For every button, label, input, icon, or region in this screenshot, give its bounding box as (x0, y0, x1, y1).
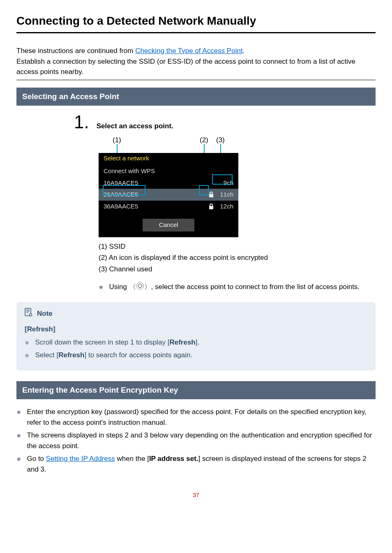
step-label: Select an access point. (97, 121, 173, 132)
bullet-dot-icon: ● (25, 350, 29, 361)
bullet-dial: ● Using 〈〉, select the access point to c… (99, 282, 376, 293)
intro-separator (16, 80, 376, 80)
lock-icon (207, 192, 215, 197)
note-icon (25, 308, 32, 319)
svg-point-0 (136, 282, 143, 289)
nb1-a: Scroll down the screen in step 1 to disp… (35, 338, 169, 346)
title-underline (16, 32, 376, 33)
note-title: Note (37, 308, 53, 319)
intro-text-1: These instructions are continued from (16, 47, 135, 55)
channel-label: 12ch (215, 202, 233, 211)
dial-post: 〉, select the access point to connect to… (144, 283, 360, 291)
note-header: Note (25, 308, 367, 319)
entering-bullet-1: ● Enter the encryption key (password) sp… (16, 407, 376, 428)
entering-b3b: when the [ (115, 455, 149, 463)
camera-screen: Select a network Connect with WPS 16A9AA… (99, 153, 238, 237)
legend-list: (1) SSID (2) An icon is displayed if the… (99, 241, 376, 275)
bullet-dot-icon: ● (99, 282, 103, 293)
note-subheading: [Refresh] (25, 324, 367, 335)
note-bullet-2: ● Select [Refresh] to search for access … (25, 350, 367, 361)
network-row-wps[interactable]: Connect with WPS (99, 165, 238, 177)
entering-bullet-3: ● Go to Setting the IP Address when the … (16, 454, 376, 474)
section-selecting-heading: Selecting an Access Point (16, 88, 376, 106)
entering-b2: The screens displayed in steps 2 and 3 b… (27, 430, 376, 451)
step-number: 1. (74, 113, 89, 131)
legend-2: (2) An icon is displayed if the access p… (99, 252, 376, 263)
page-number: 37 (16, 491, 376, 500)
intro-text-2: Establish a connection by selecting the … (16, 58, 355, 76)
page-title: Connecting to a Detected Network Manuall… (16, 12, 376, 30)
nb1-bold: Refresh (169, 338, 195, 346)
network-row-1[interactable]: 16A9AACE5 9ch (99, 177, 238, 189)
entering-b1: Enter the encryption key (password) spec… (27, 407, 376, 428)
nb2-a: Select [ (35, 351, 58, 359)
dial-pre: Using 〈 (109, 283, 136, 291)
entering-bullet-2: ● The screens displayed in steps 2 and 3… (16, 430, 376, 451)
dial-icon (136, 282, 144, 293)
callouts: (1) (2) (3) (99, 135, 238, 153)
section-entering-heading: Entering the Access Point Encryption Key (16, 381, 376, 400)
legend-1: (1) SSID (99, 241, 376, 252)
entering-b3-bold: IP address set. (149, 455, 198, 463)
bullet-dot-icon: ● (16, 430, 21, 451)
bullet-dot-icon: ● (16, 407, 21, 428)
network-row-2-selected[interactable]: 26A9AACE5 11ch (99, 189, 238, 201)
bullet-dot-icon: ● (25, 337, 29, 348)
bullet-text: Using 〈〉, select the access point to con… (109, 282, 376, 293)
channel-label: 9ch (215, 178, 233, 188)
intro-paragraph: These instructions are continued from Ch… (16, 46, 376, 77)
ssid-label: 36A9AACE5 (104, 202, 207, 211)
ssid-label: 16A9AACE5 (104, 178, 207, 188)
nb2-b: ] to search for access points again. (85, 351, 193, 359)
legend-3: (3) Channel used (99, 264, 376, 275)
cancel-row: Cancel (99, 212, 238, 237)
nb2-bold: Refresh (58, 351, 84, 359)
entering-b3a: Go to (27, 455, 46, 463)
intro-text-1b: . (243, 47, 245, 55)
svg-point-1 (138, 284, 142, 288)
cancel-button[interactable]: Cancel (143, 219, 195, 231)
bullet-dot-icon: ● (16, 454, 21, 474)
note-bullet-1: ● Scroll down the screen in step 1 to di… (25, 337, 367, 348)
ssid-label: 26A9AACE5 (104, 190, 207, 199)
network-header: Select a network (99, 153, 238, 166)
lock-icon (207, 204, 215, 209)
nb1-b: ]. (196, 338, 199, 346)
step-1-row: 1. Select an access point. (74, 113, 376, 132)
ssid-label: Connect with WPS (104, 167, 207, 176)
link-setting-ip[interactable]: Setting the IP Address (46, 455, 115, 463)
channel-label: 11ch (215, 190, 233, 199)
svg-rect-6 (30, 314, 32, 316)
note-box: Note [Refresh] ● Scroll down the screen … (16, 302, 376, 370)
network-row-3[interactable]: 36A9AACE5 12ch (99, 201, 238, 213)
link-checking-access-point[interactable]: Checking the Type of Access Point (135, 47, 242, 55)
